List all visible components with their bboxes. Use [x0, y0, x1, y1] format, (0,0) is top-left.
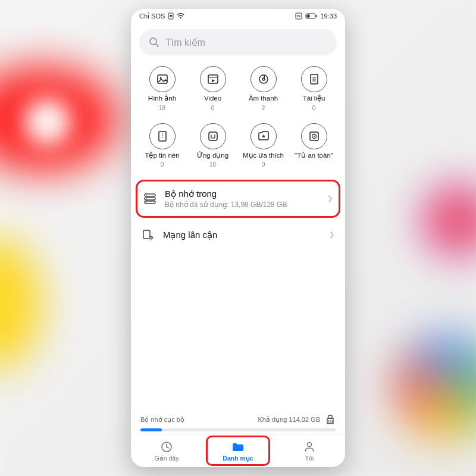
category-video[interactable]: Video 0: [187, 64, 238, 114]
phone-frame: Chỉ SOS 19:33 Tìm kiếm Hình ảnh 18 Video…: [131, 9, 345, 467]
svg-point-30: [146, 195, 147, 196]
svg-rect-33: [143, 230, 150, 239]
svg-line-8: [156, 44, 158, 46]
category-images[interactable]: Hình ảnh 18: [137, 64, 187, 114]
bottom-nav: Gần đây Danh mục Tôi: [131, 434, 345, 467]
sim-icon: [168, 12, 174, 20]
svg-rect-6: [307, 15, 310, 18]
cleanup-icon[interactable]: [325, 414, 336, 425]
star-icon: [258, 130, 270, 142]
category-label: Tài liệu: [303, 95, 325, 102]
wifi-icon: [177, 13, 184, 19]
folder-icon: [231, 440, 245, 453]
svg-point-26: [314, 136, 315, 137]
category-label: Âm thanh: [249, 95, 278, 102]
svg-rect-1: [170, 15, 172, 17]
audio-icon: [258, 73, 270, 85]
storage-subtitle: Bộ nhớ đã sử dụng: 13,98 GB/128 GB: [165, 201, 320, 209]
nav-categories[interactable]: Danh mục: [202, 434, 274, 467]
category-count: 18: [159, 105, 165, 111]
search-placeholder: Tìm kiếm: [165, 37, 205, 48]
video-icon: [207, 73, 219, 85]
local-storage-section: Bộ nhớ cục bộ Khả dụng 114,02 GB: [131, 409, 345, 434]
category-label: Tệp tin nén: [145, 152, 179, 159]
chevron-right-icon: [330, 231, 334, 239]
category-count: 0: [161, 161, 164, 168]
internal-storage-item[interactable]: Bộ nhớ trong Bộ nhớ đã sử dụng: 13,98 GB…: [136, 180, 340, 218]
available-text: Khả dụng 114,02 GB: [258, 416, 320, 424]
person-icon: [303, 440, 316, 453]
chevron-right-icon: [328, 195, 333, 203]
svg-point-34: [151, 239, 152, 240]
clock-text: 19:33: [320, 12, 337, 20]
category-label: "Tủ an toàn": [295, 152, 333, 159]
network-icon: [142, 228, 155, 242]
svg-point-40: [308, 442, 312, 446]
svg-rect-9: [158, 75, 167, 83]
svg-rect-19: [159, 131, 166, 141]
category-count: 0: [211, 105, 215, 111]
nav-label: Danh mục: [223, 455, 253, 462]
category-count: 18: [209, 161, 216, 168]
svg-rect-5: [316, 15, 317, 17]
category-count: 0: [312, 105, 316, 111]
category-label: Video: [204, 95, 221, 102]
svg-point-21: [162, 135, 163, 136]
category-documents[interactable]: Tài liệu 0: [289, 64, 339, 114]
nav-me[interactable]: Tôi: [274, 434, 345, 467]
category-label: Ứng dụng: [197, 152, 228, 159]
svg-rect-23: [209, 132, 217, 140]
storage-title: Bộ nhớ trong: [165, 189, 320, 199]
category-count: 0: [262, 161, 265, 168]
apps-icon: [207, 130, 219, 142]
archive-icon: [156, 130, 168, 142]
nav-label: Gần đây: [155, 455, 179, 462]
network-title: Mạng lân cận: [163, 230, 321, 240]
storage-icon: [143, 192, 156, 205]
category-safe[interactable]: "Tủ an toàn": [289, 121, 339, 171]
search-icon: [149, 37, 159, 48]
svg-point-20: [162, 133, 163, 134]
nfc-icon: [295, 12, 302, 20]
category-audio[interactable]: Âm thanh 2: [238, 64, 289, 114]
svg-rect-35: [328, 415, 332, 418]
nav-label: Tôi: [305, 455, 314, 462]
clock-icon: [160, 440, 173, 453]
storage-progress: [140, 428, 336, 431]
category-apps[interactable]: Ứng dụng 18: [187, 121, 238, 171]
svg-point-2: [180, 17, 181, 18]
category-favorites[interactable]: Mục ưa thích 0: [238, 121, 289, 171]
svg-point-22: [162, 137, 163, 138]
safe-icon: [308, 130, 320, 142]
nav-recent[interactable]: Gần đây: [131, 434, 202, 467]
category-label: Hình ảnh: [148, 95, 176, 102]
search-input[interactable]: Tìm kiếm: [139, 29, 337, 55]
svg-point-7: [150, 38, 156, 45]
status-bar: Chỉ SOS 19:33: [131, 9, 345, 23]
image-icon: [156, 73, 168, 85]
local-storage-label: Bộ nhớ cục bộ: [140, 416, 184, 424]
category-archives[interactable]: Tệp tin nén 0: [137, 121, 187, 171]
document-icon: [308, 73, 320, 85]
svg-point-31: [146, 198, 147, 199]
svg-point-32: [146, 202, 147, 203]
svg-rect-11: [208, 75, 218, 83]
battery-icon: [305, 13, 317, 19]
category-label: Mục ưa thích: [243, 152, 284, 159]
network-neighborhood-item[interactable]: Mạng lân cận: [131, 220, 345, 250]
carrier-text: Chỉ SOS: [139, 12, 165, 20]
category-grid: Hình ảnh 18 Video 0 Âm thanh 2 Tài liệu …: [131, 64, 345, 170]
category-count: 2: [262, 105, 265, 111]
